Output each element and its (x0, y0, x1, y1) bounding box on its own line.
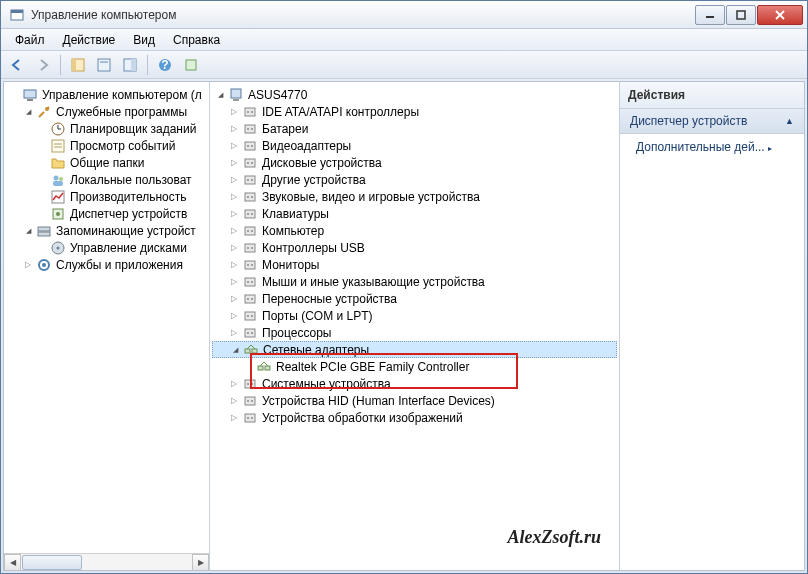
tree-label: Служебные программы (56, 105, 187, 119)
device-icon (242, 410, 258, 426)
forward-button[interactable] (31, 53, 55, 77)
device-icon (242, 206, 258, 222)
device-category[interactable]: Клавиатуры (212, 205, 617, 222)
tree-label: Диспетчер устройств (70, 207, 187, 221)
device-root[interactable]: ASUS4770 (212, 86, 617, 103)
expand-icon[interactable] (228, 123, 240, 135)
console-root[interactable]: Управление компьютером (л (6, 86, 207, 103)
device-category[interactable]: Контроллеры USB (212, 239, 617, 256)
close-button[interactable] (757, 5, 803, 25)
expand-icon[interactable] (228, 157, 240, 169)
collapse-icon[interactable] (229, 344, 241, 356)
console-item[interactable]: Управление дисками (6, 239, 207, 256)
console-item[interactable]: Просмотр событий (6, 137, 207, 154)
toolbar: ? (1, 51, 807, 79)
collapse-icon[interactable] (214, 89, 226, 101)
expand-icon[interactable] (228, 242, 240, 254)
expand-icon[interactable] (228, 140, 240, 152)
tree-label: Дисковые устройства (262, 156, 382, 170)
tree-label: Процессоры (262, 326, 332, 340)
console-group[interactable]: Службы и приложения (6, 256, 207, 273)
expand-icon[interactable] (228, 395, 240, 407)
console-item[interactable]: Производительность (6, 188, 207, 205)
actions-more-link[interactable]: Дополнительные дей... ▸ (620, 134, 804, 160)
tree-label: Клавиатуры (262, 207, 329, 221)
expand-icon[interactable] (228, 191, 240, 203)
action-pane-button[interactable] (118, 53, 142, 77)
console-group[interactable]: Служебные программы (6, 103, 207, 120)
device-category[interactable]: Переносные устройства (212, 290, 617, 307)
device-icon (242, 308, 258, 324)
device-category[interactable]: Порты (COM и LPT) (212, 307, 617, 324)
svg-rect-41 (245, 125, 255, 133)
console-item[interactable]: Планировщик заданий (6, 120, 207, 137)
svg-point-78 (247, 332, 249, 334)
menu-view[interactable]: Вид (125, 31, 163, 49)
svg-rect-30 (38, 227, 50, 231)
device-category[interactable]: Устройства HID (Human Interface Devices) (212, 392, 617, 409)
expand-icon[interactable] (228, 310, 240, 322)
device-category[interactable]: Мыши и иные указывающие устройства (212, 273, 617, 290)
expand-icon[interactable] (22, 259, 34, 271)
expand-icon[interactable] (228, 174, 240, 186)
maximize-button[interactable] (726, 5, 756, 25)
device-category[interactable]: Звуковые, видео и игровые устройства (212, 188, 617, 205)
svg-point-48 (247, 162, 249, 164)
horizontal-scrollbar[interactable]: ◀ ▶ (4, 553, 209, 570)
expand-icon[interactable] (228, 259, 240, 271)
svg-point-60 (247, 230, 249, 232)
watermark: AlexZsoft.ru (507, 527, 601, 548)
device-category[interactable]: Дисковые устройства (212, 154, 617, 171)
properties-button[interactable] (92, 53, 116, 77)
menu-action[interactable]: Действие (55, 31, 124, 49)
actions-section[interactable]: Диспетчер устройств ▲ (620, 109, 804, 134)
collapse-icon[interactable] (22, 225, 34, 237)
device-category[interactable]: Мониторы (212, 256, 617, 273)
device-icon (242, 376, 258, 392)
refresh-button[interactable] (179, 53, 203, 77)
console-item[interactable]: Локальные пользоват (6, 171, 207, 188)
device-category[interactable]: Компьютер (212, 222, 617, 239)
collapse-icon[interactable] (22, 106, 34, 118)
expand-icon[interactable] (228, 412, 240, 424)
help-button[interactable]: ? (153, 53, 177, 77)
console-item[interactable]: Общие папки (6, 154, 207, 171)
tree-label: Устройства обработки изображений (262, 411, 463, 425)
tree-label: Другие устройства (262, 173, 366, 187)
no-expander (36, 208, 48, 220)
device-icon (242, 393, 258, 409)
device-category[interactable]: Системные устройства (212, 375, 617, 392)
expand-icon[interactable] (228, 293, 240, 305)
device-category[interactable]: Устройства обработки изображений (212, 409, 617, 426)
console-tree-pane[interactable]: Управление компьютером (лСлужебные прогр… (4, 82, 210, 570)
device-icon (242, 121, 258, 137)
device-category[interactable]: Батареи (212, 120, 617, 137)
device-tree-pane[interactable]: ASUS4770IDE ATA/ATAPI контроллерыБатареи… (210, 82, 620, 570)
minimize-button[interactable] (695, 5, 725, 25)
network-adapter-device[interactable]: Realtek PCIe GBE Family Controller (212, 358, 617, 375)
expand-icon[interactable] (228, 106, 240, 118)
svg-rect-37 (233, 99, 239, 101)
device-category[interactable]: Процессоры (212, 324, 617, 341)
device-category[interactable]: Другие устройства (212, 171, 617, 188)
console-item[interactable]: Диспетчер устройств (6, 205, 207, 222)
back-button[interactable] (5, 53, 29, 77)
show-hide-tree-button[interactable] (66, 53, 90, 77)
no-expander (36, 242, 48, 254)
menu-help[interactable]: Справка (165, 31, 228, 49)
svg-point-57 (247, 213, 249, 215)
menu-file[interactable]: Файл (7, 31, 53, 49)
tree-label: IDE ATA/ATAPI контроллеры (262, 105, 419, 119)
expand-icon[interactable] (228, 378, 240, 390)
device-category[interactable]: IDE ATA/ATAPI контроллеры (212, 103, 617, 120)
expand-icon[interactable] (228, 208, 240, 220)
device-icon (242, 189, 258, 205)
svg-point-46 (251, 145, 253, 147)
svg-rect-80 (245, 349, 250, 353)
console-group[interactable]: Запоминающие устройст (6, 222, 207, 239)
expand-icon[interactable] (228, 276, 240, 288)
expand-icon[interactable] (228, 327, 240, 339)
expand-icon[interactable] (228, 225, 240, 237)
device-category[interactable]: Видеоадаптеры (212, 137, 617, 154)
device-category-network[interactable]: Сетевые адаптеры (212, 341, 617, 358)
